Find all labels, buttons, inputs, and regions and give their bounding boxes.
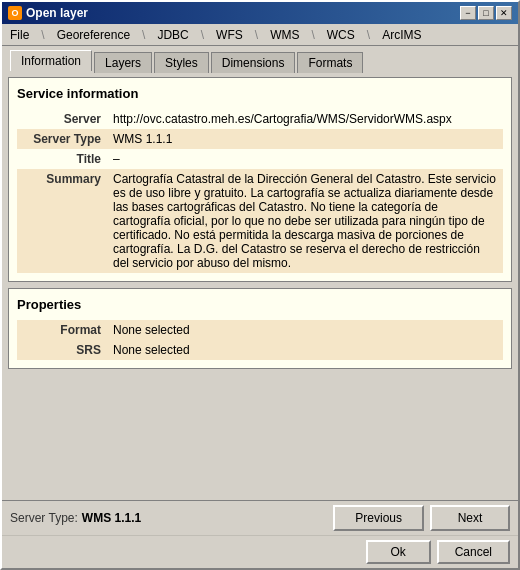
service-info-title: Service information xyxy=(17,86,503,101)
server-value: http://ovc.catastro.meh.es/Cartografia/W… xyxy=(107,109,503,129)
properties-title: Properties xyxy=(17,297,503,312)
next-button[interactable]: Next xyxy=(430,505,510,531)
menu-georeference[interactable]: Georeference xyxy=(53,27,134,43)
table-row: SRS None selected xyxy=(17,340,503,360)
service-info-panel: Service information Server http://ovc.ca… xyxy=(8,77,512,282)
footer-status: Server Type: WMS 1.1.1 Previous Next xyxy=(2,500,518,535)
tab-information[interactable]: Information xyxy=(10,50,92,71)
cancel-button[interactable]: Cancel xyxy=(437,540,510,564)
title-label: Title xyxy=(17,149,107,169)
footer-server-type-value: WMS 1.1.1 xyxy=(82,511,141,525)
maximize-button[interactable]: □ xyxy=(478,6,494,20)
tab-layers[interactable]: Layers xyxy=(94,52,152,73)
content-area: Service information Server http://ovc.ca… xyxy=(2,71,518,500)
summary-value: Cartografía Catastral de la Dirección Ge… xyxy=(107,169,503,273)
footer-server-type-label: Server Type: xyxy=(10,511,78,525)
tab-styles[interactable]: Styles xyxy=(154,52,209,73)
table-row: Server http://ovc.catastro.meh.es/Cartog… xyxy=(17,109,503,129)
table-row: Summary Cartografía Catastral de la Dire… xyxy=(17,169,503,273)
menu-arcims[interactable]: ArcIMS xyxy=(378,27,425,43)
menu-jdbc[interactable]: JDBC xyxy=(153,27,192,43)
window-icon: O xyxy=(8,6,22,20)
ok-button[interactable]: Ok xyxy=(366,540,431,564)
minimize-button[interactable]: − xyxy=(460,6,476,20)
properties-table: Format None selected SRS None selected xyxy=(17,320,503,360)
previous-button[interactable]: Previous xyxy=(333,505,424,531)
summary-label: Summary xyxy=(17,169,107,273)
tab-formats[interactable]: Formats xyxy=(297,52,363,73)
tabs-bar: Information Layers Styles Dimensions For… xyxy=(2,46,518,71)
title-value: – xyxy=(107,149,503,169)
close-button[interactable]: ✕ xyxy=(496,6,512,20)
menu-wms[interactable]: WMS xyxy=(266,27,303,43)
service-info-table: Server http://ovc.catastro.meh.es/Cartog… xyxy=(17,109,503,273)
format-label: Format xyxy=(17,320,107,340)
format-value: None selected xyxy=(107,320,503,340)
title-bar-left: O Open layer xyxy=(8,6,88,20)
properties-panel: Properties Format None selected SRS None… xyxy=(8,288,512,369)
server-label: Server xyxy=(17,109,107,129)
bottom-bar: Ok Cancel xyxy=(2,535,518,568)
srs-label: SRS xyxy=(17,340,107,360)
footer-buttons: Previous Next xyxy=(333,505,510,531)
window-title: Open layer xyxy=(26,6,88,20)
srs-value: None selected xyxy=(107,340,503,360)
menu-wfs[interactable]: WFS xyxy=(212,27,247,43)
server-type-value: WMS 1.1.1 xyxy=(107,129,503,149)
menu-wcs[interactable]: WCS xyxy=(323,27,359,43)
menubar: File \ Georeference \ JDBC \ WFS \ WMS \… xyxy=(2,24,518,46)
tab-dimensions[interactable]: Dimensions xyxy=(211,52,296,73)
title-controls: − □ ✕ xyxy=(460,6,512,20)
table-row: Title – xyxy=(17,149,503,169)
server-type-label: Server Type xyxy=(17,129,107,149)
table-row: Format None selected xyxy=(17,320,503,340)
main-window: O Open layer − □ ✕ File \ Georeference \… xyxy=(0,0,520,570)
menu-file[interactable]: File xyxy=(6,27,33,43)
title-bar: O Open layer − □ ✕ xyxy=(2,2,518,24)
table-row: Server Type WMS 1.1.1 xyxy=(17,129,503,149)
